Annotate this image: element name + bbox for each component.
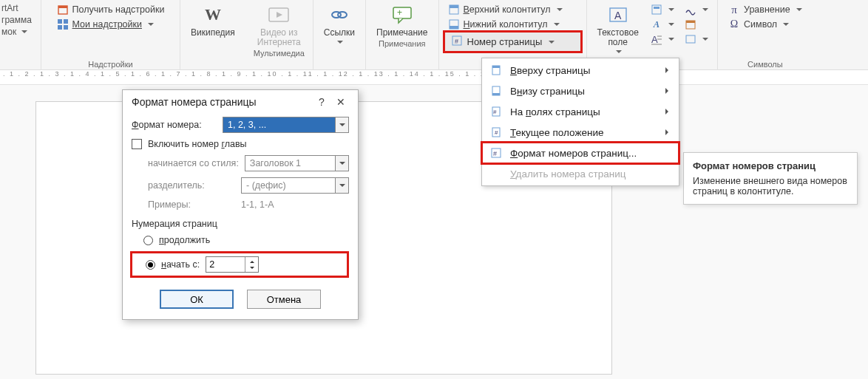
dialog-title: Формат номера страницы — [132, 96, 312, 108]
dropdown-icon[interactable] — [335, 117, 348, 132]
menu-page-margins[interactable]: # На полях страницы — [482, 101, 679, 122]
page-number-dropdown[interactable]: # Номер страницы — [445, 33, 580, 51]
wordart-button[interactable]: A — [648, 18, 677, 31]
dropdown-icon[interactable] — [335, 156, 348, 171]
links-label: Ссылки — [324, 28, 355, 38]
object-icon — [685, 33, 696, 45]
signature-button[interactable] — [682, 3, 711, 16]
include-chapter-label: Включить номер главы — [148, 139, 247, 149]
start-at-spinner[interactable] — [206, 256, 259, 273]
dialog-titlebar[interactable]: Формат номера страницы ? ✕ — [123, 90, 358, 114]
dialog-page-number-format: Формат номера страницы ? ✕ Формат номера… — [122, 89, 359, 320]
continue-radio[interactable] — [143, 236, 153, 245]
symbols-group-label: Символы — [747, 60, 783, 70]
object-button[interactable] — [682, 33, 711, 46]
online-video-button[interactable]: Видео из Интернета — [253, 1, 305, 49]
include-chapter-checkbox[interactable] — [132, 139, 142, 149]
footer-dropdown[interactable]: Нижний колонтитул — [445, 18, 580, 31]
svg-rect-5 — [64, 25, 68, 30]
examples-label: Примеры: — [148, 199, 235, 210]
datetime-icon — [685, 18, 696, 30]
svg-rect-4 — [58, 25, 62, 30]
menu-format-label: Формат номеров страниц... — [510, 148, 637, 159]
tooltip-format-page-numbers: Формат номеров страниц Изменение внешнег… — [683, 152, 858, 205]
pi-icon: π — [728, 4, 740, 16]
separator-label: разделитель: — [148, 180, 235, 191]
svg-text:+: + — [397, 7, 402, 18]
online-video-label: Видео из Интернета — [257, 28, 301, 47]
datetime-button[interactable] — [682, 18, 711, 31]
chart-label-partial[interactable]: грамма — [1, 15, 32, 25]
footer-label: Нижний колонтитул — [464, 19, 548, 30]
start-at-input[interactable] — [206, 257, 245, 272]
wikipedia-label: Википедия — [191, 28, 235, 38]
header-icon — [448, 4, 460, 16]
menu-top-of-page[interactable]: Вверху страницы — [482, 60, 679, 81]
svg-rect-20 — [652, 5, 661, 14]
omega-icon: Ω — [728, 18, 740, 30]
horizontal-ruler[interactable]: . 1 . 2 . 1 . 3 . 1 . 4 . 1 . 5 . 1 . 6 … — [0, 70, 868, 85]
svg-rect-15 — [450, 26, 458, 29]
links-button[interactable]: Ссылки — [319, 1, 359, 49]
wikipedia-button[interactable]: W Википедия — [186, 1, 240, 39]
page-number-label: Номер страницы — [467, 36, 543, 47]
number-format-select[interactable]: 1, 2, 3, ... — [223, 117, 349, 133]
menu-bottom-of-page[interactable]: Внизу страницы — [482, 81, 679, 101]
video-icon — [267, 3, 291, 27]
tooltip-body: Изменение внешнего вида номеров страниц … — [693, 176, 848, 197]
signature-icon — [685, 4, 696, 16]
get-addins-button[interactable]: Получить надстройки — [54, 3, 168, 16]
group-links: Ссылки — [313, 0, 366, 70]
group-illustrations-partial: rtArt грамма мок — [0, 0, 41, 70]
symbol-button[interactable]: Ω Символ — [725, 18, 805, 31]
dropdown-icon[interactable] — [335, 178, 348, 193]
svg-text:#: # — [493, 150, 497, 157]
cancel-button[interactable]: Отмена — [247, 290, 321, 309]
group-label-blank — [1, 37, 4, 47]
ok-button[interactable]: ОК — [160, 290, 234, 309]
page-bottom-icon — [489, 84, 503, 98]
screenshot-label-partial[interactable]: мок — [1, 27, 27, 37]
link-icon — [328, 3, 351, 27]
svg-text:A: A — [651, 34, 658, 45]
menu-format-page-numbers[interactable]: # Формат номеров страниц... — [482, 143, 679, 163]
quickparts-icon — [651, 4, 662, 16]
svg-rect-3 — [64, 19, 68, 24]
group-media: Видео из Интернета Мультимедиа — [245, 0, 313, 70]
continue-label: продолжить — [159, 235, 210, 245]
grid-icon — [57, 18, 69, 30]
my-addins-button[interactable]: Мои надстройки — [54, 18, 168, 31]
page-number-icon: # — [451, 35, 463, 49]
separator-select[interactable]: - (дефис) — [241, 177, 349, 194]
menu-current-position[interactable]: # Текущее положение — [482, 122, 679, 143]
submenu-arrow-icon — [665, 109, 671, 115]
menu-current-label: Текущее положение — [510, 127, 604, 138]
textbox-icon: A — [606, 3, 630, 27]
dialog-help-button[interactable]: ? — [312, 96, 331, 108]
menu-remove-page-numbers[interactable]: Удалить номера страниц — [482, 163, 679, 184]
menu-top-label: Вверху страницы — [510, 65, 591, 76]
group-addins: Получить надстройки Мои надстройки Надст… — [41, 0, 180, 70]
number-format-value: 1, 2, 3, ... — [228, 120, 266, 130]
spinner-arrows[interactable] — [245, 257, 258, 272]
store-icon — [57, 4, 69, 16]
dropcap-button[interactable]: A — [648, 33, 677, 46]
dialog-close-button[interactable]: ✕ — [331, 96, 350, 108]
header-dropdown[interactable]: Верхний колонтитул — [445, 3, 580, 16]
equation-button[interactable]: π Уравнение — [725, 3, 805, 16]
smartart-label-partial[interactable]: rtArt — [1, 3, 18, 13]
start-at-radio[interactable] — [146, 260, 155, 270]
comment-button[interactable]: + Примечание — [372, 1, 432, 39]
svg-rect-32 — [492, 93, 500, 95]
chapter-style-select[interactable]: Заголовок 1 — [245, 155, 349, 171]
dropcap-icon: A — [651, 33, 662, 45]
svg-rect-21 — [654, 7, 660, 9]
number-format-label: Формат номера: — [132, 120, 217, 130]
page-margins-icon: # — [489, 105, 503, 118]
group-symbols: π Уравнение Ω Символ Символы — [718, 0, 813, 70]
quickparts-button[interactable] — [648, 3, 677, 16]
chapter-style-value: Заголовок 1 — [250, 158, 301, 168]
textbox-button[interactable]: A Текстовое поле — [593, 1, 643, 59]
svg-marker-7 — [277, 12, 282, 18]
numbering-section-label: Нумерация страниц — [132, 219, 349, 229]
